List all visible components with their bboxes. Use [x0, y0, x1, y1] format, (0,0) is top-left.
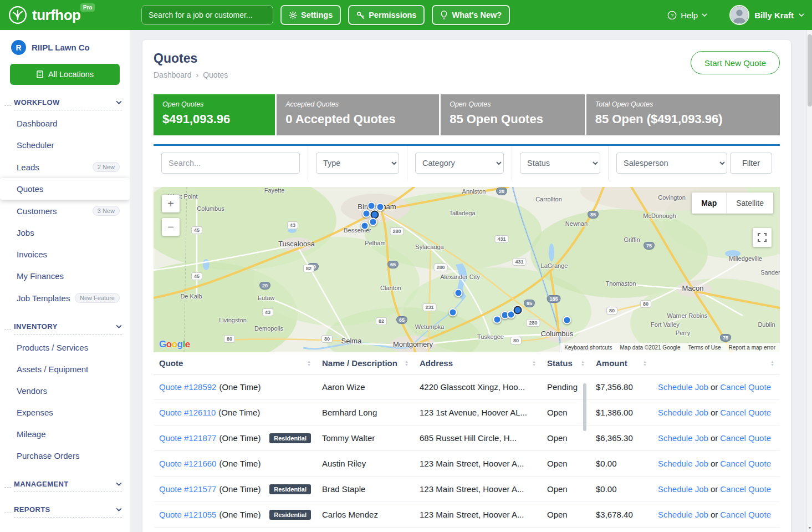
satellite-view-button[interactable]: Satellite — [727, 192, 773, 214]
tree-dash — [4, 487, 11, 488]
company-selector[interactable]: R RIIPL Lawn Co — [0, 30, 130, 62]
map-marker[interactable] — [493, 316, 502, 324]
app-logo[interactable]: turfhopPro — [8, 5, 134, 25]
schedule-job-link[interactable]: Schedule Job — [658, 510, 708, 519]
sidebar-item-assets-equipment[interactable]: Assets / Equipment — [0, 358, 130, 380]
map-canvas[interactable]: + − Map Satellite Google Keyboard shortc… — [154, 187, 780, 352]
keyboard-shortcuts-link[interactable]: Keyboard shortcuts — [564, 344, 612, 351]
whats-new-button[interactable]: What's New? — [432, 5, 510, 25]
sidebar-item-label: Expenses — [17, 408, 53, 417]
sidebar-item-job-templates[interactable]: Job TemplatesNew Feature — [0, 287, 130, 309]
sidebar-section-reports[interactable]: REPORTS — [4, 505, 122, 518]
sidebar-item-quotes[interactable]: Quotes — [0, 178, 130, 200]
sidebar-item-vendors[interactable]: Vendors — [0, 380, 130, 402]
google-logo: Google — [159, 339, 190, 350]
sidebar-item-my-finances[interactable]: My Finances — [0, 265, 130, 287]
map-marker[interactable] — [454, 289, 463, 297]
scroll-down-arrow[interactable]: ▼ — [807, 524, 812, 532]
map-marker[interactable] — [369, 218, 377, 226]
sidebar-item-expenses[interactable]: Expenses — [0, 402, 130, 423]
cancel-quote-link[interactable]: Cancel Quote — [720, 484, 771, 494]
terms-of-use-link[interactable]: Terms of Use — [688, 344, 721, 351]
sort-icon[interactable] — [307, 360, 311, 367]
all-locations-button[interactable]: All Locations — [10, 64, 120, 85]
sidebar-item-purchase-orders[interactable]: Purchase Orders — [0, 445, 130, 467]
sidebar-item-products-services[interactable]: Products / Services — [0, 337, 130, 358]
map-marker[interactable] — [376, 203, 385, 211]
quote-link[interactable]: Quote #121877 — [159, 433, 216, 443]
global-search-input[interactable] — [141, 5, 273, 25]
key-icon — [356, 11, 365, 19]
cancel-quote-link[interactable]: Cancel Quote — [720, 510, 771, 519]
help-menu[interactable]: ? Help — [667, 11, 707, 20]
column-header-quote[interactable]: Quote — [154, 358, 316, 368]
report-map-error-link[interactable]: Report a map error — [729, 344, 775, 351]
sidebar-section-management[interactable]: MANAGEMENT — [4, 480, 122, 492]
map-marker[interactable] — [361, 222, 369, 230]
category-select[interactable]: Category — [415, 153, 504, 174]
quote-link[interactable]: Quote #126110 — [159, 408, 216, 417]
sort-icon[interactable] — [581, 360, 585, 367]
schedule-job-link[interactable]: Schedule Job — [658, 484, 708, 494]
sidebar-item-dashboard[interactable]: Dashboard — [0, 113, 130, 134]
amount: $0.00 — [590, 459, 652, 468]
fullscreen-button[interactable] — [753, 228, 772, 247]
scrollbar-thumb[interactable] — [808, 34, 812, 107]
cancel-quote-link[interactable]: Cancel Quote — [720, 433, 771, 443]
sidebar-item-scheduler[interactable]: Scheduler — [0, 134, 130, 156]
page-scrollbar[interactable]: ▼ — [806, 30, 812, 532]
type-select[interactable]: Type — [316, 153, 399, 174]
sort-icon[interactable] — [532, 360, 536, 367]
permissions-button[interactable]: Permissions — [348, 5, 425, 25]
fullscreen-icon — [758, 233, 767, 242]
quote-link[interactable]: Quote #121055 — [159, 510, 216, 519]
quote-link[interactable]: Quote #121577 — [159, 484, 216, 494]
chevron-down-icon — [116, 100, 122, 104]
map-marker[interactable] — [449, 308, 457, 317]
column-header-address[interactable]: Address — [414, 358, 542, 368]
schedule-job-link[interactable]: Schedule Job — [658, 433, 708, 443]
table-scrollbar[interactable] — [583, 383, 586, 431]
sidebar-section-inventory[interactable]: INVENTORY — [4, 322, 122, 335]
map-marker[interactable] — [367, 202, 376, 210]
column-header-status[interactable]: Status — [542, 358, 590, 368]
column-header-actions[interactable] — [652, 360, 780, 367]
map-marker[interactable] — [563, 316, 571, 325]
schedule-job-link[interactable]: Schedule Job — [658, 459, 708, 468]
sidebar-item-jobs[interactable]: Jobs — [0, 222, 130, 244]
sort-icon[interactable] — [643, 360, 647, 367]
address: 123 Main Street, Hoover A... — [414, 484, 542, 494]
zoom-in-button[interactable]: + — [162, 195, 180, 212]
map-marker[interactable] — [362, 210, 371, 218]
cancel-quote-link[interactable]: Cancel Quote — [720, 382, 771, 392]
sidebar-item-leads[interactable]: Leads2 New — [0, 156, 130, 178]
cancel-quote-link[interactable]: Cancel Quote — [720, 408, 771, 417]
sidebar-item-mileage[interactable]: Mileage — [0, 423, 130, 445]
schedule-job-link[interactable]: Schedule Job — [658, 382, 708, 392]
quote-link[interactable]: Quote #128592 — [159, 382, 216, 392]
sidebar-section-workflow[interactable]: WORKFLOW — [4, 98, 122, 110]
map-view-button[interactable]: Map — [692, 192, 727, 214]
quotes-search-input[interactable] — [161, 153, 300, 174]
sidebar-item-invoices[interactable]: Invoices — [0, 244, 130, 265]
column-header-amount[interactable]: Amount — [590, 358, 652, 368]
quote-link[interactable]: Quote #121660 — [159, 459, 216, 468]
map-marker[interactable] — [514, 306, 522, 315]
salesperson-select[interactable]: Salesperson — [616, 153, 727, 174]
user-menu[interactable]: Billy Kraft — [729, 5, 804, 25]
zoom-out-button[interactable]: − — [162, 218, 180, 236]
column-header-name[interactable]: Name / Description — [316, 358, 414, 368]
sidebar-item-customers[interactable]: Customers3 New — [0, 200, 130, 222]
schedule-job-link[interactable]: Schedule Job — [658, 408, 708, 417]
cancel-quote-link[interactable]: Cancel Quote — [720, 459, 771, 468]
filter-button[interactable]: Filter — [730, 153, 772, 174]
sort-icon[interactable] — [405, 360, 408, 367]
breadcrumb-dashboard[interactable]: Dashboard — [154, 70, 192, 79]
sort-icon[interactable] — [770, 360, 774, 367]
status: Open — [542, 459, 590, 468]
start-new-quote-button[interactable]: Start New Quote — [691, 51, 780, 74]
settings-button[interactable]: Settings — [280, 5, 341, 25]
tree-dash — [4, 513, 11, 513]
topbar: turfhopPro Settings Permissions What's N… — [0, 0, 812, 30]
status-select[interactable]: Status — [520, 153, 600, 174]
